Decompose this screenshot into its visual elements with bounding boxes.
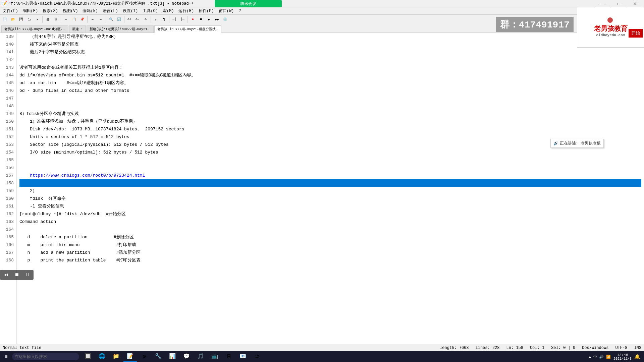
line-number: 140 — [3, 41, 14, 48]
line-number: 157 — [3, 172, 14, 179]
toolbar-zoom-in[interactable]: A+ — [126, 16, 133, 23]
status-file-type: Normal text file — [3, 346, 41, 350]
toolbar-zoom-out[interactable]: A- — [134, 16, 141, 23]
menu-language[interactable]: 语言(L) — [101, 7, 120, 14]
editor-line: od -xa mbr.bin #<==以16进制解析1扇区内容。 — [19, 79, 641, 87]
toolbar-outdent[interactable]: |← — [179, 16, 186, 23]
taskbar-app-5[interactable]: ⚙ — [138, 352, 151, 362]
toolbar-cut[interactable]: ✂ — [62, 16, 70, 23]
editor-line: Sector size (logical/physical): 512 byte… — [19, 141, 641, 148]
taskbar-app-3[interactable]: 📁 — [109, 352, 123, 362]
editor-line: https://www.cnblogs.com/root0/p/9723424.… — [19, 172, 641, 179]
toolbar-indent[interactable]: →| — [171, 16, 178, 23]
qq-group-text: 群：417491917 — [500, 20, 570, 30]
line-numbers: 1391401411421431441451461471481491501511… — [0, 33, 17, 344]
toolbar-show-all[interactable]: ¶ — [160, 16, 168, 23]
kaishi-button[interactable]: 开始 — [629, 29, 643, 38]
toolbar-open[interactable]: 📂 — [9, 16, 17, 23]
rec-pause-btn[interactable]: ⏸ — [23, 271, 32, 279]
toolbar-zoom-reset[interactable]: A — [142, 16, 149, 23]
toolbar-replace[interactable]: 🔄 — [115, 16, 123, 23]
line-number: 147 — [3, 95, 14, 102]
hyperlink[interactable]: https://www.cnblogs.com/root0/p/9723424.… — [30, 173, 145, 178]
menu-encoding[interactable]: 编码(N) — [80, 7, 100, 14]
toolbar-new[interactable]: 📄 — [1, 16, 9, 23]
menu-search[interactable]: 搜索(S) — [41, 7, 60, 14]
editor-line: Disk /dev/sdb: 1073 MB, 1073741824 bytes… — [19, 125, 641, 133]
editor-line — [19, 95, 641, 102]
toolbar-copy[interactable]: 📋 — [70, 16, 78, 23]
tencent-meeting-bar[interactable]: 腾讯会议 — [215, 0, 282, 7]
line-number: 144 — [3, 71, 14, 79]
toolbar-macro-rec[interactable]: ● — [189, 16, 197, 23]
taskbar-app-8[interactable]: 💬 — [180, 352, 193, 362]
notification-icon[interactable]: 🔔 — [634, 354, 640, 360]
toolbar-macro-stop[interactable]: ■ — [197, 16, 205, 23]
toolbar-redo[interactable]: ↪ — [97, 16, 104, 23]
taskbar-app-7[interactable]: 📊 — [166, 352, 179, 362]
toolbar-find[interactable]: 🔍 — [107, 16, 115, 23]
menu-macro[interactable]: 宏(M) — [161, 7, 176, 14]
toolbar-macro-save[interactable]: 💿 — [221, 16, 229, 23]
rec-back-btn[interactable]: ⏮ — [1, 271, 11, 279]
editor-line: 1）准备环境添加一块盘，并重启（早期kudzu不重启） — [19, 118, 641, 125]
menu-tools[interactable]: 工具(O) — [141, 7, 160, 14]
speech-text: 正在讲述: 老男孩老板 — [560, 140, 601, 146]
taskbar-app-12[interactable]: 📧 — [236, 352, 250, 362]
editor-line: Command action — [19, 218, 641, 226]
logo-main-text: 老男孩教育 — [594, 24, 628, 33]
taskbar-app-11[interactable]: 🖥 — [222, 352, 235, 362]
tab-3[interactable]: 新建(以)\t老男孩linux77期-Day21-磁盘分区技术讲解 — [87, 25, 154, 33]
menu-help[interactable]: ? — [236, 8, 243, 14]
tab-1[interactable]: 老男孩linux77期-Day21-Raid分区-老 .txt — [1, 25, 68, 33]
toolbar-save[interactable]: 💾 — [17, 16, 25, 23]
editor-line: 读者可以用dd命令或者相关工具获得上述1扇区内容： — [19, 64, 641, 71]
menu-window[interactable]: 窗口(W) — [217, 7, 236, 14]
taskbar-app-1[interactable]: 🔲 — [81, 352, 95, 362]
taskbar-apps: 🔲 🌐 📁 📝 ⚙ 🔧 📊 💬 🎵 📺 🖥 📧 🗂 — [81, 352, 264, 362]
menu-view[interactable]: 视图(V) — [61, 7, 80, 14]
line-number: 143 — [3, 64, 14, 71]
toolbar-macro-play[interactable]: ▶ — [205, 16, 213, 23]
taskbar-search[interactable] — [12, 353, 79, 360]
minimize-button[interactable]: — — [595, 0, 610, 7]
taskbar-app-notepad[interactable]: 📝 — [123, 352, 137, 362]
start-button[interactable]: ⊞ — [1, 352, 11, 361]
menu-file[interactable]: 文件(F) — [1, 7, 20, 14]
toolbar-print-now[interactable]: ⎙ — [52, 16, 59, 23]
toolbar-wrap[interactable]: ↵ — [152, 16, 160, 23]
maximize-button[interactable]: □ — [611, 0, 627, 7]
clock-date: 2021/11/3 — [613, 357, 632, 361]
tab-4-active[interactable]: 老男孩Linux77期-Day21-磁盘分区技术讲解 .txt — [154, 25, 221, 33]
close-button[interactable]: ✕ — [627, 0, 643, 7]
toolbar-close[interactable]: ✕ — [34, 16, 41, 23]
record-controls[interactable]: ⏮ ⏹ ⏸ — [0, 270, 34, 280]
toolbar-paste[interactable]: 📌 — [78, 16, 86, 23]
clock-time: 12:48 — [617, 353, 628, 357]
line-number: 151 — [3, 125, 14, 133]
toolbar-sep-6 — [151, 16, 151, 23]
editor-line — [19, 56, 641, 64]
taskbar-app-2[interactable]: 🌐 — [95, 352, 109, 362]
taskbar-app-10[interactable]: 📺 — [208, 352, 221, 362]
rec-stop-btn[interactable]: ⏹ — [12, 271, 21, 279]
status-sel: Sel: 0 | 0 — [551, 346, 575, 350]
toolbar-macro-run[interactable]: ▶▶ — [213, 16, 221, 23]
toolbar-saveall[interactable]: 🗂 — [25, 16, 33, 23]
taskbar-app-13[interactable]: 🗂 — [250, 352, 264, 362]
toolbar-undo[interactable]: ↩ — [89, 16, 96, 23]
menu-edit[interactable]: 编辑(E) — [21, 7, 40, 14]
editor-content[interactable]: （前446字节 是引导程序所在地，称为MBR） 接下来的64字节是分区表 最后2… — [17, 33, 644, 344]
line-number: 148 — [3, 102, 14, 110]
window-controls[interactable]: — □ ✕ — [595, 0, 643, 7]
line-number: 141 — [3, 48, 14, 56]
menu-plugins[interactable]: 插件(P) — [197, 7, 216, 14]
tab-2[interactable]: 新建 1 — [69, 25, 86, 33]
taskbar-app-9[interactable]: 🎵 — [194, 352, 207, 362]
taskbar-clock: 12:48 2021/11/3 — [613, 353, 632, 361]
toolbar-print[interactable]: 🖨 — [44, 16, 51, 23]
line-number: 154 — [3, 148, 14, 156]
menu-run[interactable]: 运行(R) — [176, 7, 196, 14]
menu-settings[interactable]: 设置(T) — [121, 7, 140, 14]
taskbar-app-6[interactable]: 🔧 — [152, 352, 165, 362]
